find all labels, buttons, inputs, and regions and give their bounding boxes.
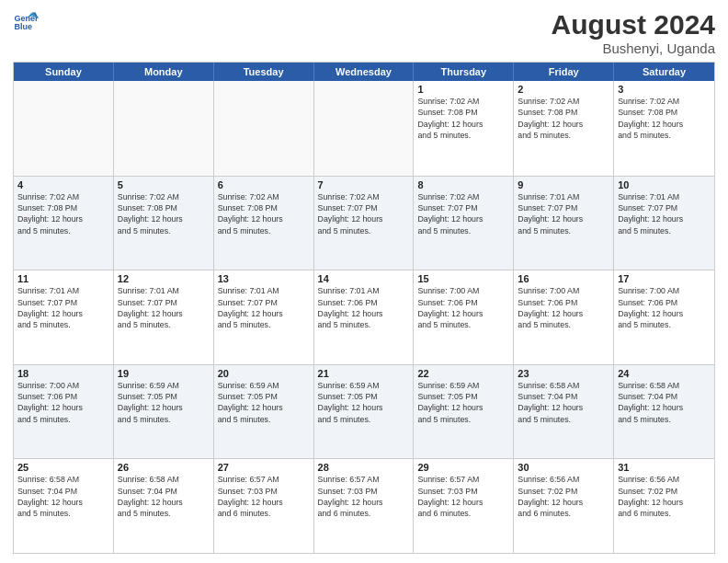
weekday-header-saturday: Saturday	[614, 63, 714, 81]
day-info: Sunrise: 7:02 AM Sunset: 7:08 PM Dayligh…	[618, 96, 711, 141]
day-info: Sunrise: 7:02 AM Sunset: 7:08 PM Dayligh…	[518, 96, 609, 141]
day-cell-23: 23Sunrise: 6:58 AM Sunset: 7:04 PM Dayli…	[514, 365, 614, 459]
logo: General Blue	[13, 9, 40, 35]
calendar-week-5: 25Sunrise: 6:58 AM Sunset: 7:04 PM Dayli…	[14, 458, 714, 553]
day-cell-1: 1Sunrise: 7:02 AM Sunset: 7:08 PM Daylig…	[414, 81, 514, 176]
day-info: Sunrise: 6:59 AM Sunset: 7:05 PM Dayligh…	[417, 380, 509, 425]
calendar: SundayMondayTuesdayWednesdayThursdayFrid…	[13, 62, 715, 554]
day-cell-13: 13Sunrise: 7:01 AM Sunset: 7:07 PM Dayli…	[214, 270, 314, 364]
day-info: Sunrise: 7:02 AM Sunset: 7:08 PM Dayligh…	[417, 96, 509, 141]
day-info: Sunrise: 6:59 AM Sunset: 7:05 PM Dayligh…	[318, 380, 410, 425]
empty-cell	[14, 81, 114, 176]
weekday-header-sunday: Sunday	[14, 63, 114, 81]
day-number: 8	[417, 179, 509, 190]
day-info: Sunrise: 6:56 AM Sunset: 7:02 PM Dayligh…	[618, 474, 711, 519]
weekday-header-thursday: Thursday	[414, 63, 514, 81]
day-number: 15	[417, 273, 509, 284]
day-cell-5: 5Sunrise: 7:02 AM Sunset: 7:08 PM Daylig…	[114, 177, 214, 270]
day-info: Sunrise: 6:58 AM Sunset: 7:04 PM Dayligh…	[17, 474, 109, 519]
page-header: General Blue August 2024 Bushenyi, Ugand…	[13, 9, 715, 56]
weekday-header-friday: Friday	[514, 63, 614, 81]
day-info: Sunrise: 6:57 AM Sunset: 7:03 PM Dayligh…	[318, 474, 410, 519]
day-cell-12: 12Sunrise: 7:01 AM Sunset: 7:07 PM Dayli…	[114, 270, 214, 364]
day-info: Sunrise: 6:59 AM Sunset: 7:05 PM Dayligh…	[218, 380, 310, 425]
day-info: Sunrise: 7:01 AM Sunset: 7:07 PM Dayligh…	[118, 285, 210, 330]
day-cell-3: 3Sunrise: 7:02 AM Sunset: 7:08 PM Daylig…	[614, 81, 714, 176]
day-info: Sunrise: 7:00 AM Sunset: 7:06 PM Dayligh…	[17, 380, 109, 425]
title-block: August 2024 Bushenyi, Uganda	[552, 9, 715, 56]
weekday-header-monday: Monday	[114, 63, 214, 81]
day-cell-8: 8Sunrise: 7:02 AM Sunset: 7:07 PM Daylig…	[414, 177, 514, 270]
day-info: Sunrise: 6:58 AM Sunset: 7:04 PM Dayligh…	[518, 380, 609, 425]
day-number: 21	[318, 368, 410, 379]
day-number: 23	[518, 368, 609, 379]
day-number: 18	[17, 368, 109, 379]
day-number: 17	[618, 273, 711, 284]
day-cell-18: 18Sunrise: 7:00 AM Sunset: 7:06 PM Dayli…	[14, 365, 114, 459]
day-info: Sunrise: 7:02 AM Sunset: 7:08 PM Dayligh…	[218, 191, 310, 236]
day-number: 7	[318, 179, 410, 190]
day-cell-20: 20Sunrise: 6:59 AM Sunset: 7:05 PM Dayli…	[214, 365, 314, 459]
day-number: 6	[218, 179, 310, 190]
day-cell-6: 6Sunrise: 7:02 AM Sunset: 7:08 PM Daylig…	[214, 177, 314, 270]
day-number: 28	[318, 462, 410, 473]
day-number: 24	[618, 368, 711, 379]
day-info: Sunrise: 7:00 AM Sunset: 7:06 PM Dayligh…	[518, 285, 609, 330]
day-info: Sunrise: 6:58 AM Sunset: 7:04 PM Dayligh…	[618, 380, 711, 425]
day-cell-30: 30Sunrise: 6:56 AM Sunset: 7:02 PM Dayli…	[514, 459, 614, 553]
day-info: Sunrise: 7:00 AM Sunset: 7:06 PM Dayligh…	[618, 285, 711, 330]
day-info: Sunrise: 7:01 AM Sunset: 7:06 PM Dayligh…	[318, 285, 410, 330]
day-info: Sunrise: 7:00 AM Sunset: 7:06 PM Dayligh…	[417, 285, 509, 330]
location-title: Bushenyi, Uganda	[552, 40, 715, 56]
day-number: 9	[518, 179, 609, 190]
day-cell-10: 10Sunrise: 7:01 AM Sunset: 7:07 PM Dayli…	[614, 177, 714, 270]
day-info: Sunrise: 6:56 AM Sunset: 7:02 PM Dayligh…	[518, 474, 609, 519]
calendar-week-3: 11Sunrise: 7:01 AM Sunset: 7:07 PM Dayli…	[14, 270, 714, 364]
day-number: 20	[218, 368, 310, 379]
day-cell-14: 14Sunrise: 7:01 AM Sunset: 7:06 PM Dayli…	[314, 270, 415, 364]
day-number: 30	[518, 462, 609, 473]
day-info: Sunrise: 7:01 AM Sunset: 7:07 PM Dayligh…	[518, 191, 609, 236]
day-cell-19: 19Sunrise: 6:59 AM Sunset: 7:05 PM Dayli…	[114, 365, 214, 459]
day-number: 25	[17, 462, 109, 473]
day-number: 22	[417, 368, 509, 379]
day-number: 11	[17, 273, 109, 284]
day-number: 10	[618, 179, 711, 190]
day-number: 5	[118, 179, 210, 190]
day-info: Sunrise: 7:01 AM Sunset: 7:07 PM Dayligh…	[17, 285, 109, 330]
day-number: 27	[218, 462, 310, 473]
day-cell-21: 21Sunrise: 6:59 AM Sunset: 7:05 PM Dayli…	[314, 365, 415, 459]
day-number: 19	[118, 368, 210, 379]
day-cell-15: 15Sunrise: 7:00 AM Sunset: 7:06 PM Dayli…	[414, 270, 514, 364]
day-number: 12	[118, 273, 210, 284]
day-number: 14	[318, 273, 410, 284]
weekday-header-wednesday: Wednesday	[314, 63, 415, 81]
day-info: Sunrise: 7:01 AM Sunset: 7:07 PM Dayligh…	[618, 191, 711, 236]
day-cell-26: 26Sunrise: 6:58 AM Sunset: 7:04 PM Dayli…	[114, 459, 214, 553]
day-info: Sunrise: 7:02 AM Sunset: 7:08 PM Dayligh…	[17, 191, 109, 236]
empty-cell	[314, 81, 415, 176]
calendar-week-4: 18Sunrise: 7:00 AM Sunset: 7:06 PM Dayli…	[14, 364, 714, 459]
day-info: Sunrise: 6:57 AM Sunset: 7:03 PM Dayligh…	[417, 474, 509, 519]
day-info: Sunrise: 7:02 AM Sunset: 7:07 PM Dayligh…	[318, 191, 410, 236]
day-info: Sunrise: 7:02 AM Sunset: 7:08 PM Dayligh…	[118, 191, 210, 236]
day-number: 29	[417, 462, 509, 473]
day-number: 16	[518, 273, 609, 284]
empty-cell	[214, 81, 314, 176]
day-number: 31	[618, 462, 711, 473]
day-cell-29: 29Sunrise: 6:57 AM Sunset: 7:03 PM Dayli…	[414, 459, 514, 553]
day-cell-9: 9Sunrise: 7:01 AM Sunset: 7:07 PM Daylig…	[514, 177, 614, 270]
calendar-week-1: 1Sunrise: 7:02 AM Sunset: 7:08 PM Daylig…	[14, 81, 714, 176]
day-number: 1	[417, 84, 509, 95]
day-info: Sunrise: 7:01 AM Sunset: 7:07 PM Dayligh…	[218, 285, 310, 330]
day-cell-28: 28Sunrise: 6:57 AM Sunset: 7:03 PM Dayli…	[314, 459, 415, 553]
day-number: 26	[118, 462, 210, 473]
day-number: 13	[218, 273, 310, 284]
calendar-week-2: 4Sunrise: 7:02 AM Sunset: 7:08 PM Daylig…	[14, 176, 714, 270]
day-cell-7: 7Sunrise: 7:02 AM Sunset: 7:07 PM Daylig…	[314, 177, 415, 270]
day-number: 2	[518, 84, 609, 95]
day-cell-24: 24Sunrise: 6:58 AM Sunset: 7:04 PM Dayli…	[614, 365, 714, 459]
day-cell-27: 27Sunrise: 6:57 AM Sunset: 7:03 PM Dayli…	[214, 459, 314, 553]
day-info: Sunrise: 6:57 AM Sunset: 7:03 PM Dayligh…	[218, 474, 310, 519]
day-cell-17: 17Sunrise: 7:00 AM Sunset: 7:06 PM Dayli…	[614, 270, 714, 364]
